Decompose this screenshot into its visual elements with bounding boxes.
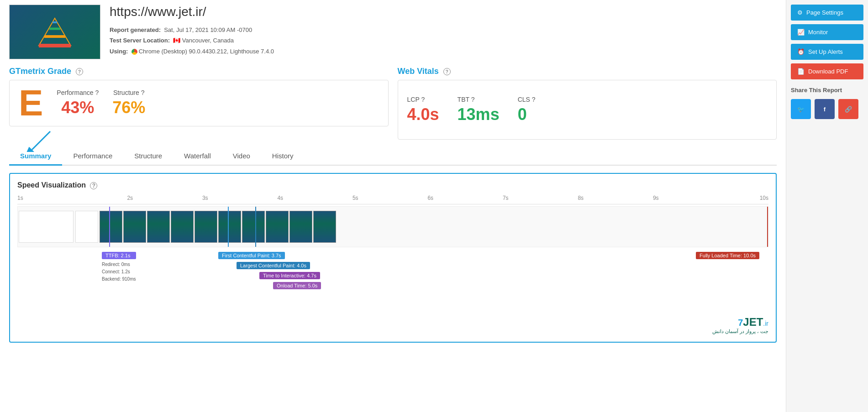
speed-viz-title: Speed Visualization ? (17, 181, 768, 189)
lcp-line (255, 207, 256, 247)
ruler-8s: 8s (543, 195, 619, 201)
speed-viz-help-icon[interactable]: ? (90, 182, 97, 189)
ttfb-backend: Backend: 910ms (102, 276, 136, 283)
performance-metric: Performance ? 43% (57, 89, 99, 117)
tab-summary[interactable]: Summary (9, 147, 62, 166)
lcp-label: LCP ? (407, 96, 439, 103)
ttfb-redirect: Redirect: 0ms (102, 261, 136, 268)
ruler-3s: 3s (168, 195, 243, 201)
structure-help-icon[interactable]: ? (141, 89, 145, 96)
filmstrip-frame-5 (195, 211, 217, 243)
download-pdf-button[interactable]: 📄 Download PDF (791, 63, 863, 79)
facebook-icon: f (824, 106, 826, 113)
blank-frame-1 (19, 211, 74, 243)
grade-box: E Performance ? 43% Structure ? 76% (9, 80, 389, 126)
site-info: https://www.jet.ir/ Report generated: Sa… (110, 5, 777, 57)
web-vitals-help-icon[interactable]: ? (443, 68, 451, 75)
test-server-value: Vancouver, Canada (182, 37, 234, 44)
ruler-9s: 9s (618, 195, 694, 201)
lcp-value: 4.0s (407, 105, 439, 124)
share-link-button[interactable]: 🔗 (838, 99, 858, 119)
ruler-4s: 4s (243, 195, 318, 201)
filmstrip-frame-6 (218, 211, 241, 243)
cls-help-icon[interactable]: ? (532, 96, 536, 103)
fcp-marker: First Contentful Paint: 3.7s (218, 252, 285, 259)
share-label: Share This Report (791, 87, 863, 94)
lcp-marker: Largest Contentful Paint: 4.0s (237, 262, 310, 269)
onload-marker: Onload Time: 5.0s (273, 282, 321, 289)
blank-frame-2 (75, 211, 98, 243)
tbt-label: TBT ? (458, 96, 500, 103)
flt-line (767, 207, 768, 247)
ttfb-label: TTFB: 2.1s (102, 252, 136, 259)
timeline-ruler: 1s 2s 3s 4s 5s 6s 7s 8s 9s 10s (17, 195, 768, 204)
share-twitter-button[interactable]: 🐦 (791, 99, 811, 119)
speed-viz-section: Speed Visualization ? 1s 2s 3s 4s 5s 6s … (9, 173, 777, 343)
markers-row: TTFB: 2.1s Redirect: 0ms Connect: 1.2s B… (17, 252, 768, 311)
right-sidebar: ⚙ Page Settings 📈 Monitor ⏰ Set Up Alert… (786, 0, 868, 412)
using-value: Chrome (Desktop) 90.0.4430.212, Lighthou… (139, 48, 274, 55)
gtmetrix-title: GTmetrix Grade ? (9, 67, 389, 76)
tti-marker: Time to Interactive: 4.7s (259, 272, 320, 279)
ttfb-marker: TTFB: 2.1s Redirect: 0ms Connect: 1.2s B… (102, 252, 136, 283)
filmstrip-frame-1 (100, 211, 122, 243)
lcp-label: Largest Contentful Paint: 4.0s (237, 262, 310, 269)
onload-label: Onload Time: 5.0s (273, 282, 321, 289)
report-generated-value: Sat, Jul 17, 2021 10:09 AM -0700 (164, 26, 252, 33)
share-facebook-button[interactable]: f (815, 99, 835, 119)
using-label: Using: (110, 48, 128, 55)
ruler-6s: 6s (393, 195, 468, 201)
tti-label: Time to Interactive: 4.7s (259, 272, 320, 279)
filmstrip-frame-10 (313, 211, 336, 243)
tbt-value: 13ms (458, 105, 500, 124)
ttfb-sub: Redirect: 0ms Connect: 1.2s Backend: 910… (102, 261, 136, 283)
gtmetrix-grade-section: GTmetrix Grade ? E Performance ? 43% (9, 67, 389, 126)
tab-history[interactable]: History (261, 147, 305, 166)
site-url: https://www.jet.ir/ (110, 5, 777, 19)
structure-label: Structure ? (112, 89, 145, 96)
link-icon: 🔗 (845, 106, 852, 113)
test-server-label: Test Server Location: (110, 37, 170, 44)
monitor-button[interactable]: 📈 Monitor (791, 24, 863, 40)
vitals-box: LCP ? 4.0s TBT ? 13ms CL (398, 80, 777, 140)
filmstrip-frame-3 (147, 211, 170, 243)
performance-help-icon[interactable]: ? (95, 89, 99, 96)
cls-label: CLS ? (518, 96, 536, 103)
lcp-vital: LCP ? 4.0s (407, 96, 439, 124)
setup-alerts-button[interactable]: ⏰ Set Up Alerts (791, 44, 863, 60)
ttfb-connect: Connect: 1.2s (102, 268, 136, 276)
flt-marker: Fully Loaded Time: 10.0s (696, 252, 759, 259)
performance-value: 43% (57, 98, 99, 117)
ruler-7s: 7s (468, 195, 543, 201)
jet-slogan: جت ، پرواز در آسمان دانش (17, 329, 768, 334)
web-vitals-title: Web Vitals ? (398, 67, 777, 76)
structure-metric: Structure ? 76% (112, 89, 145, 117)
flt-label: Fully Loaded Time: 10.0s (696, 252, 759, 259)
tab-structure[interactable]: Structure (123, 147, 173, 166)
filmstrip-frame-7 (242, 211, 265, 243)
web-vitals-section: Web Vitals ? LCP ? 4.0s TBT ? (398, 67, 777, 126)
gtmetrix-help-icon[interactable]: ? (76, 68, 83, 75)
cls-vital: CLS ? 0 (518, 96, 536, 124)
fcp-label: First Contentful Paint: 3.7s (218, 252, 285, 259)
share-buttons: 🐦 f 🔗 (791, 99, 863, 119)
tbt-vital: TBT ? 13ms (458, 96, 500, 124)
report-generated-label: Report generated: (110, 26, 161, 33)
tab-performance[interactable]: Performance (62, 147, 123, 166)
tab-waterfall[interactable]: Waterfall (173, 147, 222, 166)
alert-icon: ⏰ (797, 48, 805, 55)
page-settings-button[interactable]: ⚙ Page Settings (791, 5, 863, 21)
tab-video[interactable]: Video (222, 147, 261, 166)
filmstrip-frame-4 (171, 211, 194, 243)
tabs-list: Summary Performance Structure Waterfall … (9, 147, 777, 165)
ttfb-line (109, 207, 110, 247)
monitor-icon: 📈 (797, 29, 805, 36)
pdf-icon: 📄 (797, 68, 805, 75)
structure-value: 76% (112, 98, 145, 117)
ruler-5s: 5s (318, 195, 393, 201)
grade-letter: E (19, 85, 43, 121)
lcp-help-icon[interactable]: ? (421, 96, 425, 103)
tbt-help-icon[interactable]: ? (471, 96, 475, 103)
cls-value: 0 (518, 105, 536, 124)
filmstrip-row (17, 206, 768, 247)
